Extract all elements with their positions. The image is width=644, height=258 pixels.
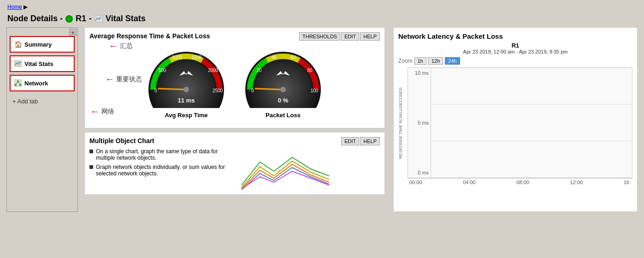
svg-text:0: 0	[251, 88, 254, 93]
avg-resp-gauge-svg: 0 500 1000 1500 2000 2500	[145, 48, 228, 108]
help-button[interactable]: HELP	[360, 32, 380, 41]
sidebar-collapse-button[interactable]: «	[69, 29, 77, 36]
avg-response-toolbar: THRESHOLDS EDIT HELP	[299, 32, 380, 41]
packet-loss-gauge: 0 20 40 60 80 100	[242, 48, 325, 119]
svg-text:20: 20	[256, 68, 262, 73]
list-item: Graph network objects individually, or s…	[89, 164, 232, 177]
chart-plot	[431, 68, 632, 178]
multi-chart-edit-button[interactable]: EDIT	[341, 137, 359, 145]
node-name: R1	[76, 14, 86, 24]
svg-text:1000: 1000	[172, 55, 183, 60]
x-tick: 04:00	[463, 180, 476, 185]
zoom-label: Zoom	[398, 58, 413, 64]
svg-text:2500: 2500	[213, 88, 223, 93]
multi-chart-title: Multiple Object Chart	[89, 137, 380, 144]
y-axis-label-container: RESPONSE TIME IN MILLISECONDS	[398, 67, 406, 178]
multi-chart-widget: EDIT HELP Multiple Object Chart On a sin…	[84, 132, 385, 195]
section-name: Vital Stats	[106, 14, 146, 24]
y-tick: 5 ms	[418, 120, 429, 126]
home-icon: 🏠	[14, 41, 22, 48]
multi-chart-inner: On a single chart, graph the same type o…	[89, 148, 380, 190]
zoom-12h-button[interactable]: 12h	[428, 57, 443, 65]
chart-plot-area: 10 ms 5 ms 0 ms	[408, 67, 632, 178]
x-tick: 08:00	[516, 180, 529, 185]
svg-text:500: 500	[159, 68, 166, 73]
svg-point-28	[280, 87, 286, 92]
svg-text:60: 60	[290, 55, 296, 60]
svg-line-26	[255, 89, 283, 90]
list-item-text: On a single chart, graph the same type o…	[96, 148, 232, 161]
network-nav-icon	[14, 79, 22, 87]
avg-response-widget: THRESHOLDS EDIT HELP Average Response Ti…	[84, 27, 385, 128]
edit-button[interactable]: EDIT	[341, 32, 359, 41]
latency-title: Network Latency & Packet Loss	[398, 32, 632, 40]
svg-text:11 ms: 11 ms	[178, 97, 195, 104]
multi-chart-list: On a single chart, graph the same type o…	[89, 148, 232, 190]
center-content: THRESHOLDS EDIT HELP Average Response Ti…	[81, 27, 389, 212]
vital-stats-nav-icon	[14, 60, 22, 67]
multi-chart-svg	[237, 148, 329, 190]
y-axis-label: RESPONSE TIME IN MILLISECONDS	[398, 87, 403, 159]
svg-text:40: 40	[271, 55, 277, 60]
sidebar-item-summary[interactable]: 🏠 Summary	[10, 36, 75, 53]
svg-point-4	[15, 84, 17, 86]
list-item-text: Graph network objects individually, or s…	[96, 164, 232, 177]
sidebar-item-vital-stats-label: Vital Stats	[24, 60, 53, 67]
zoom-24h-button[interactable]: 24h	[445, 57, 460, 65]
svg-text:2000: 2000	[208, 68, 219, 73]
title-prefix: Node Details -	[7, 14, 63, 24]
sidebar-item-network-label: Network	[24, 80, 48, 87]
svg-text:80: 80	[307, 68, 313, 73]
avg-resp-label: Avg Resp Time	[165, 112, 207, 119]
home-link[interactable]: Home	[7, 4, 22, 10]
bullet-icon	[89, 165, 93, 169]
add-tab-button[interactable]: + Add tab	[9, 94, 76, 108]
chart-container: 10 ms 5 ms 0 ms	[408, 67, 632, 178]
x-tick: 12:00	[570, 180, 583, 185]
title-dash: -	[89, 14, 92, 24]
latency-node: R1	[398, 42, 632, 49]
svg-text:100: 100	[311, 88, 319, 93]
sidebar-item-summary-label: Summary	[24, 41, 52, 48]
svg-point-3	[17, 80, 19, 82]
zoom-bar: Zoom 1h 12h 24h	[398, 57, 632, 65]
multi-chart-toolbar: EDIT HELP	[341, 137, 380, 145]
svg-text:0 %: 0 %	[278, 97, 289, 104]
multi-chart-graph	[237, 148, 380, 190]
list-item: On a single chart, graph the same type o…	[89, 148, 232, 161]
avg-resp-gauge: 0 500 1000 1500 2000 2500	[145, 48, 228, 119]
svg-text:1500: 1500	[191, 55, 202, 60]
sidebar: « 🏠 Summary Vital Stats	[6, 27, 78, 212]
chart-area: RESPONSE TIME IN MILLISECONDS 10 ms 5 ms…	[398, 67, 632, 178]
zoom-1h-button[interactable]: 1h	[414, 57, 426, 65]
latency-date: Apr 23 2019, 12:00 am - Apr 23 2019, 9:3…	[398, 49, 632, 54]
latency-chart-svg	[431, 68, 632, 178]
bullet-icon	[89, 150, 93, 153]
x-axis: 00:00 04:00 08:00 12:00 16:	[408, 178, 632, 186]
thresholds-button[interactable]: THRESHOLDS	[299, 32, 340, 41]
y-tick: 10 ms	[415, 70, 429, 76]
gauges-row: 0 500 1000 1500 2000 2500	[89, 43, 380, 123]
x-tick: 16:	[624, 180, 631, 185]
vital-stats-icon	[95, 15, 103, 23]
packet-loss-gauge-svg: 0 20 40 60 80 100	[242, 48, 325, 108]
svg-point-5	[19, 84, 21, 86]
breadcrumb-arrow: ▶	[24, 4, 28, 10]
svg-line-15	[159, 89, 186, 90]
y-axis: 10 ms 5 ms 0 ms	[408, 68, 431, 178]
add-tab-label: + Add tab	[12, 98, 38, 105]
y-tick: 0 ms	[418, 170, 429, 175]
node-status-icon	[65, 15, 73, 23]
sidebar-item-network[interactable]: Network	[10, 75, 75, 91]
packet-loss-label: Packet Loss	[266, 112, 301, 119]
svg-point-17	[183, 87, 189, 92]
svg-text:0: 0	[154, 88, 157, 93]
multi-chart-help-button[interactable]: HELP	[360, 137, 380, 145]
page-title: Node Details - R1 - Vital Stats	[4, 12, 640, 27]
latency-widget: Network Latency & Packet Loss R1 Apr 23 …	[393, 27, 638, 212]
x-tick: 00:00	[409, 180, 422, 185]
breadcrumb: Home ▶	[4, 2, 640, 12]
sidebar-item-vital-stats[interactable]: Vital Stats	[10, 55, 75, 72]
